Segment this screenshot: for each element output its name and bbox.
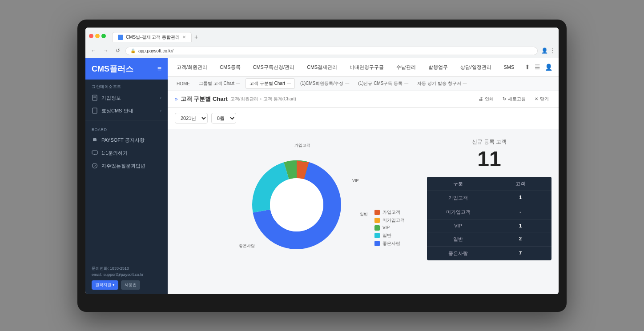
sidebar: CMS플러스 ≡ 그란데이소프트 가입정보 › 효성CMS 안내 › BOARD xyxy=(85,58,168,294)
page-header: » 고객 구분별 Chart 고객/회원관리 › 고객 통계(Chart) 🖨 xyxy=(168,91,559,108)
user-icon[interactable]: 👤 xyxy=(545,64,552,71)
sidebar-label-faq: 자주있는질문과답변 xyxy=(101,163,145,169)
stats-value-0: 1 xyxy=(489,191,551,205)
content-area: » 고객 구분별 Chart 고객/회원관리 › 고객 통계(Chart) 🖨 xyxy=(168,91,559,294)
breadcrumb-tab-cms2[interactable]: (1)신규 CMS구독 등록 — xyxy=(354,79,412,88)
page-title-area: » 고객 구분별 Chart 고객/회원관리 › 고객 통계(Chart) xyxy=(175,95,296,103)
legend-item-vip: VIP xyxy=(374,225,405,231)
stats-label-0: 가입고객 xyxy=(427,191,489,205)
close-icon-3[interactable]: — xyxy=(345,81,349,86)
sidebar-item-hyosung[interactable]: 효성CMS 안내 › xyxy=(85,104,168,117)
breadcrumb-tab-segment[interactable]: 고객 구분별 Chart — xyxy=(246,78,295,89)
legend-color-migabip xyxy=(374,218,380,223)
maximize-btn[interactable] xyxy=(101,34,106,38)
year-select[interactable]: 2021년 xyxy=(175,113,208,124)
nav-item-customer[interactable]: 고객/회원관리 xyxy=(175,64,209,71)
sidebar-label-inquiry: 1:1문의하기 xyxy=(101,150,128,156)
sidebar-item-inquiry[interactable]: 1:1문의하기 xyxy=(85,147,168,160)
nav-item-sms[interactable]: SMS xyxy=(502,64,516,70)
close-btn[interactable] xyxy=(89,34,93,38)
nav-item-consult[interactable]: 상담/일정관리 xyxy=(459,64,493,71)
logo-text: CMS플러스 xyxy=(92,64,133,74)
nav-item-cms-sub[interactable]: CMS구독신청/관리 xyxy=(251,64,297,71)
sidebar-item-notice[interactable]: PAYSOFT 공지사항 xyxy=(85,134,168,147)
print-icon: 🖨 xyxy=(479,96,483,101)
bell-icon xyxy=(92,137,98,143)
breadcrumb-tab-auto[interactable]: 자동 정기 발송 청구서 — xyxy=(414,79,470,88)
close-icon-1[interactable]: — xyxy=(236,81,240,86)
close-icon-4[interactable]: — xyxy=(404,81,408,86)
list-icon[interactable]: ☰ xyxy=(535,64,540,71)
more-icon[interactable]: ⋮ xyxy=(550,48,555,54)
stats-row-4: 좋은사람 7 xyxy=(427,247,551,260)
chart-section: 가입고객 VIP 일반 좋은사람 가입고객 xyxy=(168,129,559,282)
laptop-frame: CMS빌-결제 고객 통합관리 ✕ + ← → ↺ 🔒 app.paysoft.… xyxy=(77,20,567,312)
new-customer-box: 신규 등록 고객 11 xyxy=(427,138,551,170)
stats-label-3: 일반 xyxy=(427,232,489,246)
stats-value-2: 1 xyxy=(489,219,551,232)
sidebar-label-gabip: 가입정보 xyxy=(101,95,121,101)
nav-item-cms-pay[interactable]: CMS결제관리 xyxy=(305,64,339,71)
help-icon: ? xyxy=(92,163,98,169)
legend-color-joeun xyxy=(374,241,380,246)
tab-title: CMS빌-결제 고객 통합관리 xyxy=(126,34,180,40)
nav-item-cms-reg[interactable]: CMS등록 xyxy=(218,64,242,71)
svg-rect-4 xyxy=(92,151,97,154)
breadcrumb-tab-cms1[interactable]: (1)CMS회원등록/수정 — xyxy=(297,79,353,88)
close-icon: ✕ xyxy=(535,96,538,101)
upload-icon[interactable]: ⬆ xyxy=(525,64,530,71)
stats-row-0: 가입고객 1 xyxy=(427,191,551,205)
remote-support-button[interactable]: 원격지원 ▾ xyxy=(92,280,118,290)
label-gabip: 가입고객 xyxy=(294,143,310,148)
donut-hole xyxy=(270,178,323,231)
month-select[interactable]: 8월 xyxy=(211,113,236,124)
minimize-btn[interactable] xyxy=(95,34,100,38)
address-bar[interactable]: 🔒 app.paysoft.co.kr/ xyxy=(125,47,538,55)
chevron-right-icon-2: › xyxy=(160,108,161,113)
top-nav: 고객/회원관리 CMS등록 CMS구독신청/관리 CMS결제관리 비대면청구구글… xyxy=(168,58,559,77)
nav-item-receive[interactable]: 수납관리 xyxy=(394,64,418,71)
account-icon[interactable]: 👤 xyxy=(541,48,548,54)
back-button[interactable]: ← xyxy=(89,47,98,55)
breadcrumb-home[interactable]: HOME xyxy=(173,80,193,88)
chevron-down-icon: ▾ xyxy=(113,283,115,287)
sidebar-label-notice: PAYSOFT 공지사항 xyxy=(101,137,145,144)
legend-item-ilban: 일반 xyxy=(374,232,405,239)
refresh-button[interactable]: ↻ 새로고침 xyxy=(500,95,528,104)
sidebar-logo: CMS플러스 ≡ xyxy=(85,58,168,80)
breadcrumb-tab-group[interactable]: 그룹별 고객 Chart — xyxy=(195,79,244,88)
sidebar-label-hyosung: 효성CMS 안내 xyxy=(101,108,133,114)
label-ilban: 일반 xyxy=(360,211,368,217)
browser-tab[interactable]: CMS빌-결제 고객 통합관리 ✕ xyxy=(112,32,192,42)
print-button[interactable]: 🖨 인쇄 xyxy=(476,95,496,104)
new-tab-button[interactable]: + xyxy=(192,33,201,40)
nav-item-nonface[interactable]: 비대면청구구글 xyxy=(348,64,386,71)
url-text: app.paysoft.co.kr/ xyxy=(138,48,173,53)
chart-wrapper: 가입고객 VIP 일반 좋은사람 xyxy=(230,138,363,273)
file-icon-2 xyxy=(92,108,98,114)
legend-color-ilban xyxy=(374,233,380,238)
new-customer-label: 신규 등록 고객 xyxy=(427,138,551,146)
guide-button[interactable]: 사용법 xyxy=(121,280,140,290)
stats-label-2: VIP xyxy=(427,219,489,232)
stats-value-3: 2 xyxy=(489,232,551,246)
file-icon xyxy=(92,95,98,101)
sidebar-item-faq[interactable]: ? 자주있는질문과답변 xyxy=(85,160,168,172)
sidebar-divider-1 xyxy=(85,120,168,120)
menu-icon[interactable]: ≡ xyxy=(157,65,161,73)
refresh-button[interactable]: ↺ xyxy=(114,47,122,55)
legend-label-gabip: 가입고객 xyxy=(382,209,400,215)
nav-item-publish[interactable]: 발행업무 xyxy=(427,64,450,71)
close-button[interactable]: ✕ 닫기 xyxy=(532,95,551,104)
tab-close-icon[interactable]: ✕ xyxy=(182,35,186,40)
stats-row-2: VIP 1 xyxy=(427,219,551,232)
stats-label-4: 좋은사람 xyxy=(427,247,489,260)
stats-table: 구분 고객 가입고객 1 미가입고객 - xyxy=(427,177,551,260)
legend-label-ilban: 일반 xyxy=(382,232,391,239)
close-icon-2[interactable]: — xyxy=(287,81,291,86)
page-title: 고객 구분별 Chart xyxy=(181,95,228,103)
close-icon-5[interactable]: — xyxy=(463,81,467,86)
col-header-gubun: 구분 xyxy=(427,177,489,191)
sidebar-item-gabip[interactable]: 가입정보 › xyxy=(85,92,168,104)
forward-button[interactable]: → xyxy=(101,47,110,55)
